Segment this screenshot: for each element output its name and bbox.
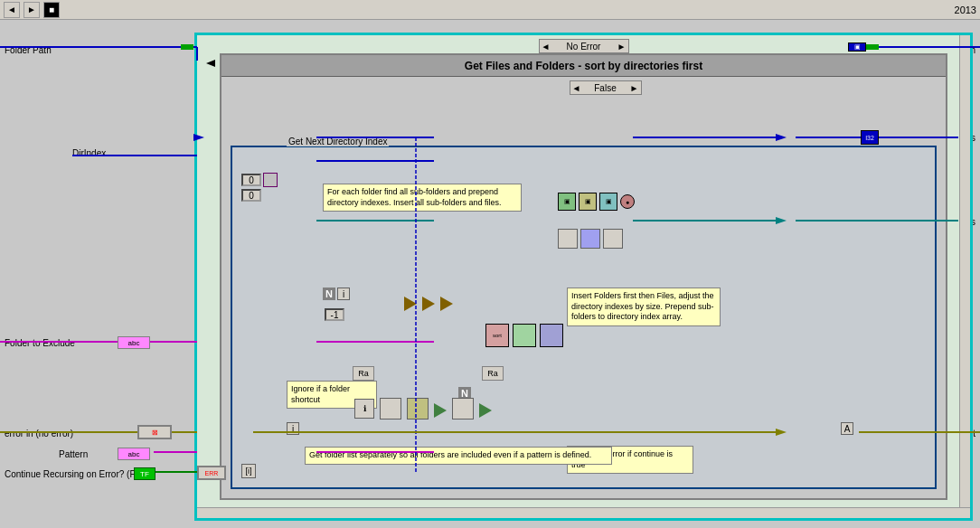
dir-index-value2: 0	[241, 189, 261, 202]
func-blocks-row1: ▣ ▣ ▣ ●	[558, 193, 635, 211]
bottom-node-4	[452, 398, 474, 420]
bottom-node-2	[380, 398, 401, 420]
folder-indexes-indicator: I32	[861, 130, 879, 145]
ra-block-2: Ra	[482, 366, 504, 381]
minus-one-value[interactable]: -1	[325, 308, 344, 321]
func-blocks-row2	[558, 229, 623, 249]
bottom-i-indicator: [i]	[241, 464, 256, 478]
for-each-annotation: For each folder find all sub-folders and…	[323, 184, 522, 212]
year-label: 2013	[955, 5, 976, 15]
diagram-area: Folder Path DirIndex Folder to Exclude e…	[0, 20, 980, 528]
arrow-1	[404, 297, 417, 311]
no-error-selector[interactable]: ◄ No Error ►	[539, 39, 629, 53]
error-in-label: error in (no error)	[5, 429, 73, 438]
func-block-3: ▣	[599, 193, 617, 211]
toolbar: ◄ ► ■ 2013	[0, 0, 980, 20]
error-cluster-in: ERR	[197, 466, 226, 480]
folder-to-exclude-str[interactable]: abc	[118, 336, 150, 349]
horizontal-scrollbar[interactable]	[197, 507, 970, 518]
func-block-circle: ●	[620, 194, 635, 209]
bottom-nodes: ℹ	[354, 398, 492, 420]
dir-index-label: DirIndex	[72, 148, 106, 158]
sort-node-1: sort	[485, 324, 509, 347]
error-in-cluster: ⊠	[137, 425, 172, 439]
pattern-str[interactable]: abc	[118, 448, 150, 460]
folder-to-exclude-label: Folder to Exclude	[5, 338, 75, 348]
bottom-arrow	[434, 403, 447, 418]
arrow-2	[422, 297, 435, 311]
bottom-arrow-2	[479, 403, 492, 418]
sort-node-3	[540, 324, 563, 347]
n-terminal-1: N	[323, 288, 335, 300]
forward-button[interactable]: ►	[24, 2, 40, 18]
get-next-dir-label: Get Next Directory Index	[287, 137, 389, 146]
vertical-scrollbar[interactable]	[959, 35, 970, 507]
dup-fp-indicator: ▣	[848, 42, 866, 52]
func-block-4	[558, 229, 578, 249]
continue-recursing-label: Continue Recursing on Error? (F)	[5, 469, 138, 479]
dir-index-value[interactable]: 0	[241, 174, 261, 186]
back-button[interactable]: ◄	[4, 2, 20, 18]
dir-index-control: 0	[241, 173, 278, 187]
insert-folders-annotation: Insert Folders first then Files, adjust …	[567, 288, 721, 326]
array-ctrl-1	[263, 173, 278, 187]
folder-path-connector	[181, 44, 193, 50]
main-box-title: Get Files and Folders - sort by director…	[221, 55, 946, 77]
a-terminal: A	[841, 422, 853, 435]
func-block-1: ▣	[558, 193, 576, 211]
arrow-nodes	[404, 297, 453, 311]
i-terminal-2: i	[287, 422, 299, 435]
sort-node-2	[513, 324, 536, 347]
ra-block-1: Ra	[353, 366, 374, 381]
continue-recursing-bool[interactable]: TF	[134, 467, 155, 480]
main-box: Get Files and Folders - sort by director…	[220, 53, 947, 500]
func-block-6	[603, 229, 623, 249]
folder-path-label: Folder Path	[5, 45, 52, 55]
sort-nodes: sort	[485, 324, 563, 347]
bottom-node-1: ℹ	[354, 399, 374, 419]
func-block-2: ▣	[579, 193, 597, 211]
for-each-loop: Get Next Directory Index 0 0 For ea	[231, 146, 937, 489]
bottom-node-3	[407, 398, 429, 420]
get-folder-list-annotation: Get folder list separately so all folder…	[305, 447, 612, 465]
i-terminal-1: i	[337, 288, 350, 300]
dup-folder-path-connector	[866, 44, 879, 50]
stop-button[interactable]: ■	[43, 2, 60, 18]
outer-container: ◄ No Error ► Get Files and Folders - sor…	[194, 33, 973, 521]
func-block-5	[580, 229, 600, 249]
pattern-label: Pattern	[59, 449, 88, 459]
false-selector[interactable]: ◄ False ►	[570, 80, 642, 95]
arrow-3	[440, 297, 453, 311]
